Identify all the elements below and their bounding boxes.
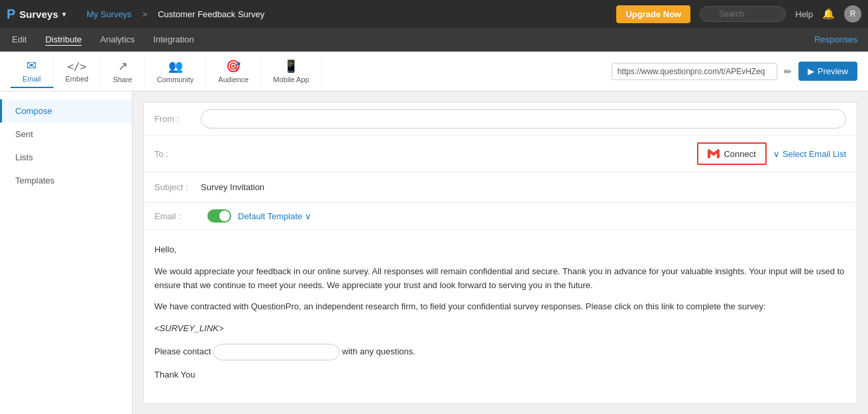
survey-link: <SURVEY_LINK> bbox=[154, 322, 846, 336]
body-paragraph2: We have contracted with QuestionPro, an … bbox=[154, 300, 846, 314]
toolbar-share[interactable]: ↗ Share bbox=[101, 55, 144, 87]
connect-label: Connect bbox=[724, 149, 755, 159]
toolbar-embed[interactable]: </> Embed bbox=[54, 56, 101, 87]
breadcrumb-current: Customer Feedback Survey bbox=[158, 9, 264, 19]
to-row: To : Connect ∨ Select Email List bbox=[144, 136, 857, 172]
app-dropdown-icon[interactable]: ▾ bbox=[62, 11, 66, 18]
logo-p-icon: P bbox=[7, 7, 15, 22]
user-avatar[interactable]: R bbox=[844, 5, 861, 23]
please-contact-text: Please contact bbox=[154, 345, 211, 359]
select-email-list-button[interactable]: ∨ Select Email List bbox=[773, 149, 846, 159]
email-body: Hello, We would appreciate your feedback… bbox=[144, 230, 857, 403]
thank-you-text: Thank You bbox=[154, 368, 846, 382]
contact-row: Please contact with any questions. bbox=[154, 344, 846, 360]
mobile-app-icon: 📱 bbox=[284, 59, 298, 74]
preview-icon: ▶ bbox=[808, 66, 814, 76]
breadcrumb-my-surveys[interactable]: My Surveys bbox=[87, 9, 132, 19]
nav-analytics[interactable]: Analytics bbox=[99, 29, 136, 50]
preview-button[interactable]: ▶ Preview bbox=[798, 62, 857, 81]
nav-integration[interactable]: Integration bbox=[152, 29, 195, 50]
default-template-button[interactable]: Default Template ∨ bbox=[238, 211, 311, 221]
edit-url-button[interactable]: ✏ bbox=[784, 66, 792, 77]
preview-label: Preview bbox=[818, 66, 848, 76]
to-label: To : bbox=[154, 149, 201, 159]
body-paragraph1: We would appreciate your feedback in our… bbox=[154, 265, 846, 293]
audience-icon: 🎯 bbox=[226, 59, 241, 74]
from-label: From : bbox=[154, 114, 201, 124]
top-bar: P Surveys ▾ My Surveys > Customer Feedba… bbox=[0, 0, 868, 28]
responses-link[interactable]: Responses bbox=[814, 34, 857, 44]
email-icon: ✉ bbox=[27, 58, 36, 73]
connect-button[interactable]: Connect bbox=[697, 142, 766, 165]
search-wrapper: 🔍 bbox=[700, 6, 786, 22]
toolbar-community[interactable]: 👥 Community bbox=[145, 55, 207, 87]
top-bar-right: Upgrade Now 🔍 Help 🔔 R bbox=[616, 5, 861, 23]
sidebar: Compose Sent Lists Templates bbox=[0, 91, 133, 414]
nav-edit[interactable]: Edit bbox=[11, 29, 28, 50]
subject-label: Subject : bbox=[154, 182, 201, 192]
template-chevron-icon: ∨ bbox=[305, 211, 311, 221]
default-template-label: Default Template bbox=[238, 211, 302, 221]
greeting: Hello, bbox=[154, 243, 846, 257]
main-content: Compose Sent Lists Templates From : To :… bbox=[0, 91, 868, 414]
toolbar-share-label: Share bbox=[113, 76, 132, 83]
toolbar-mobile-label: Mobile App bbox=[273, 76, 309, 83]
chevron-down-icon: ∨ bbox=[773, 149, 780, 159]
from-row: From : bbox=[144, 103, 857, 136]
sidebar-item-templates[interactable]: Templates bbox=[0, 169, 132, 192]
toolbar-email-label: Email bbox=[23, 75, 41, 83]
email-row: Email : Default Template ∨ bbox=[144, 203, 857, 230]
app-name: Surveys bbox=[19, 9, 58, 20]
contact-input[interactable] bbox=[213, 344, 339, 360]
with-any-questions-text: with any questions. bbox=[342, 345, 415, 359]
embed-icon: </> bbox=[67, 60, 86, 73]
app-logo[interactable]: P Surveys ▾ bbox=[7, 7, 66, 22]
sidebar-item-lists[interactable]: Lists bbox=[0, 146, 132, 169]
toolbar-right: ✏ ▶ Preview bbox=[612, 62, 857, 81]
help-link[interactable]: Help bbox=[795, 9, 813, 19]
survey-url-input[interactable] bbox=[612, 63, 777, 80]
second-nav: Edit Distribute Analytics Integration Re… bbox=[0, 28, 868, 52]
toolbar-mobile-app[interactable]: 📱 Mobile App bbox=[261, 55, 321, 87]
upgrade-button[interactable]: Upgrade Now bbox=[616, 5, 690, 23]
toolbar-community-label: Community bbox=[157, 76, 194, 83]
sidebar-item-sent[interactable]: Sent bbox=[0, 123, 132, 146]
icon-toolbar: ✉ Email </> Embed ↗ Share 👥 Community 🎯 … bbox=[0, 52, 868, 91]
sidebar-item-compose[interactable]: Compose bbox=[0, 99, 132, 123]
email-toggle[interactable] bbox=[207, 209, 231, 223]
email-label: Email : bbox=[154, 211, 201, 221]
from-input[interactable] bbox=[201, 109, 846, 129]
toolbar-audience[interactable]: 🎯 Audience bbox=[206, 55, 261, 87]
nav-distribute[interactable]: Distribute bbox=[44, 29, 83, 50]
compose-card: From : To : Connect ∨ Select Email List bbox=[143, 102, 857, 404]
gmail-icon bbox=[708, 148, 720, 160]
community-icon: 👥 bbox=[168, 59, 183, 74]
subject-value: Survey Invitation bbox=[201, 182, 264, 192]
compose-area: From : To : Connect ∨ Select Email List bbox=[133, 91, 868, 414]
search-input[interactable] bbox=[700, 6, 786, 22]
subject-row: Subject : Survey Invitation bbox=[144, 172, 857, 203]
toolbar-embed-label: Embed bbox=[66, 75, 89, 83]
notifications-icon[interactable]: 🔔 bbox=[822, 8, 835, 20]
toolbar-audience-label: Audience bbox=[218, 76, 248, 83]
share-icon: ↗ bbox=[118, 59, 128, 74]
breadcrumb-arrow: > bbox=[142, 9, 148, 19]
toolbar-email[interactable]: ✉ Email bbox=[11, 54, 54, 88]
select-email-label: Select Email List bbox=[783, 149, 846, 159]
